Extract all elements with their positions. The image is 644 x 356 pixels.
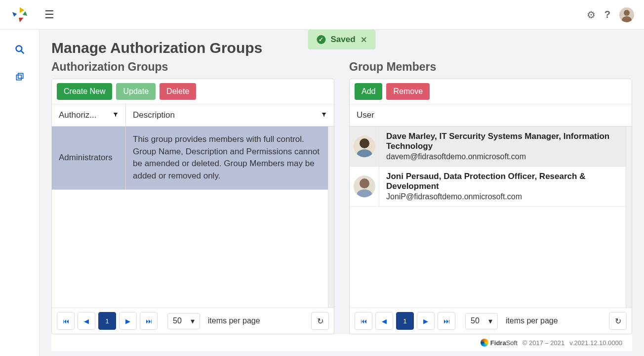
footer-copyright: © 2017 – 2021 <box>523 339 564 347</box>
refresh-icon[interactable]: ↻ <box>609 312 627 330</box>
chevron-down-icon: ▾ <box>191 316 195 326</box>
pager-page[interactable]: 1 <box>396 312 414 330</box>
pager-first-icon[interactable]: ⏮ <box>57 312 75 330</box>
topbar: ☰ ⚙ ? <box>0 0 644 30</box>
pager-prev-icon[interactable]: ◀ <box>78 312 95 330</box>
svg-point-8 <box>360 138 369 148</box>
member-email: davem@fidrasoftdemo.onmicrosoft.com <box>386 152 619 161</box>
scrollbar[interactable] <box>328 127 334 308</box>
groups-toolbar: Create New Update Delete <box>52 79 334 104</box>
toast-saved: ✓ Saved ✕ <box>308 30 375 49</box>
user-avatar[interactable] <box>619 7 634 22</box>
filter-icon[interactable] <box>321 112 327 119</box>
panel-auth-groups: Authorization Groups Create New Update D… <box>51 59 334 334</box>
delete-button[interactable]: Delete <box>160 83 196 100</box>
svg-line-4 <box>21 51 24 54</box>
svg-rect-6 <box>18 73 23 78</box>
filter-icon[interactable] <box>113 112 119 119</box>
members-grid-body: Dave Marley, IT Sercurity Systems Manage… <box>350 127 626 308</box>
brand-orb-icon <box>481 339 488 347</box>
groups-grid-body: Administrators This group provides membe… <box>52 127 328 308</box>
panel-title-groups: Authorization Groups <box>51 60 334 74</box>
pager-last-icon[interactable]: ⏭ <box>438 312 455 330</box>
groups-pager: ⏮ ◀ 1 ▶ ⏭ 50 ▾ items per page ↻ <box>52 308 334 334</box>
cell-group-name: Administrators <box>52 127 126 189</box>
col-header-desc[interactable]: Description <box>126 104 334 126</box>
hamburger-icon[interactable]: ☰ <box>40 8 59 21</box>
search-icon[interactable] <box>15 44 25 57</box>
remove-button[interactable]: Remove <box>386 83 430 100</box>
svg-point-3 <box>16 46 22 52</box>
chevron-down-icon: ▾ <box>488 316 492 326</box>
svg-point-11 <box>360 178 369 188</box>
members-toolbar: Add Remove <box>350 79 632 104</box>
panel-group-members: Group Members Add Remove User <box>349 59 632 334</box>
pager-size-select[interactable]: 50 ▾ <box>167 313 200 329</box>
member-name: Dave Marley, IT Sercurity Systems Manage… <box>386 132 619 151</box>
panel-title-members: Group Members <box>349 60 632 74</box>
sidebar <box>0 30 40 356</box>
member-row[interactable]: Joni Persaud, Data Protection Officer, R… <box>350 167 626 207</box>
update-button[interactable]: Update <box>116 83 156 100</box>
groups-grid-header: Authoriz... Description <box>52 104 334 127</box>
add-button[interactable]: Add <box>355 83 382 100</box>
cell-group-desc: This group provides members with full co… <box>126 127 328 189</box>
scrollbar[interactable] <box>626 127 632 308</box>
col-header-auth[interactable]: Authoriz... <box>52 104 126 126</box>
copy-icon[interactable] <box>15 72 25 84</box>
check-circle-icon: ✓ <box>317 35 325 44</box>
pager-next-icon[interactable]: ▶ <box>119 312 137 330</box>
svg-rect-5 <box>16 75 21 80</box>
member-row[interactable]: Dave Marley, IT Sercurity Systems Manage… <box>350 127 626 167</box>
table-row[interactable]: Administrators This group provides membe… <box>52 127 328 190</box>
app-logo <box>0 5 40 24</box>
create-new-button[interactable]: Create New <box>57 83 112 100</box>
pager-label: items per page <box>208 316 260 325</box>
pager-last-icon[interactable]: ⏭ <box>140 312 158 330</box>
pager-prev-icon[interactable]: ◀ <box>375 312 393 330</box>
members-pager: ⏮ ◀ 1 ▶ ⏭ 50 ▾ items per page ↻ <box>350 308 632 334</box>
pager-page[interactable]: 1 <box>98 312 116 330</box>
gear-icon[interactable]: ⚙ <box>587 9 596 21</box>
pager-label: items per page <box>506 316 558 325</box>
svg-point-1 <box>624 10 630 16</box>
members-col-header[interactable]: User <box>350 104 632 127</box>
member-email: JoniP@fidrasoftdemo.onmicrosoft.com <box>386 192 619 201</box>
pager-first-icon[interactable]: ⏮ <box>355 312 372 330</box>
toast-close-icon[interactable]: ✕ <box>361 35 367 44</box>
footer-version: v.2021.12.10.0000 <box>569 339 622 347</box>
pager-size-select[interactable]: 50 ▾ <box>465 313 498 329</box>
main-content: ✓ Saved ✕ Manage Authorization Groups Au… <box>40 30 644 356</box>
member-avatar <box>350 167 379 206</box>
help-icon[interactable]: ? <box>604 9 610 20</box>
footer-brand: FidraSoft <box>481 339 518 347</box>
footer: FidraSoft © 2017 – 2021 v.2021.12.10.000… <box>51 334 632 351</box>
member-name: Joni Persaud, Data Protection Officer, R… <box>386 172 619 191</box>
refresh-icon[interactable]: ↻ <box>311 312 329 330</box>
pager-next-icon[interactable]: ▶ <box>417 312 435 330</box>
member-avatar <box>350 127 379 166</box>
toast-label: Saved <box>330 35 355 44</box>
